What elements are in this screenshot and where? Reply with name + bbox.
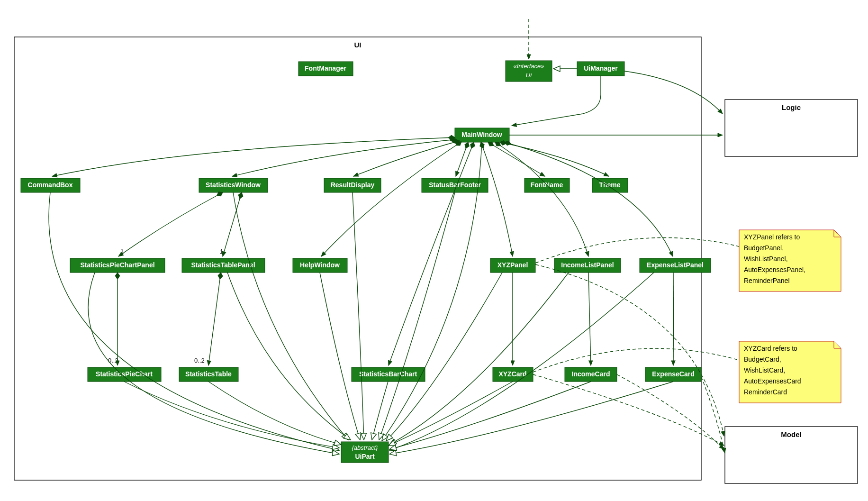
assoc-uimanager-logic xyxy=(624,71,723,114)
inh-xyzcard-uipart xyxy=(389,382,513,446)
class-resultdisplay: ResultDisplay xyxy=(324,178,381,192)
assoc-incomepanel-incomecard xyxy=(588,273,591,365)
comp-mw-statsbarchart xyxy=(389,142,474,365)
svg-text:AutoExpensesPanel,: AutoExpensesPanel, xyxy=(744,266,805,273)
assoc-uimanager-mainwindow xyxy=(512,76,601,126)
note-xyzpanel: XYZPanel refers to BudgetPanel, WishList… xyxy=(739,230,841,291)
svg-text:UiManager: UiManager xyxy=(584,64,618,72)
inh-incomepanel-uipart xyxy=(389,273,569,445)
svg-text:ResultDisplay: ResultDisplay xyxy=(331,181,375,189)
package-ui-label: UI xyxy=(354,41,362,49)
svg-text:XYZPanel refers to: XYZPanel refers to xyxy=(744,233,800,241)
anchor-note-xyzcard xyxy=(533,348,739,372)
class-incomelistpanel: IncomeListPanel xyxy=(554,258,621,273)
note-xyzcard: XYZCard refers to BudgetCard, WishListCa… xyxy=(739,341,841,403)
package-model-label: Model xyxy=(781,430,801,438)
svg-text:ExpenseCard: ExpenseCard xyxy=(652,370,694,378)
inh-tablepanel-uipart xyxy=(227,273,351,440)
svg-text:ReminderCard: ReminderCard xyxy=(744,388,787,396)
comp-mw-expensepanel xyxy=(505,142,673,256)
package-logic-label: Logic xyxy=(782,103,801,111)
class-statisticspiechart: StatisticsPieChart xyxy=(88,367,161,382)
comp-tablepanel-table xyxy=(208,273,221,365)
svg-text:StatisticsTablePanel: StatisticsTablePanel xyxy=(191,261,255,269)
comp-mw-statswin xyxy=(232,139,456,176)
comp-statswin-tablepanel xyxy=(223,192,242,256)
class-statisticstable: StatisticsTable xyxy=(179,367,238,382)
svg-text:StatisticsBarChart: StatisticsBarChart xyxy=(359,370,417,378)
class-xyzpanel: XYZPanel xyxy=(490,258,535,273)
svg-text:BudgetCard,: BudgetCard, xyxy=(744,355,781,363)
comp-mw-xyzpanel xyxy=(481,142,513,256)
svg-text:{abstract}: {abstract} xyxy=(352,444,379,451)
svg-text:WishListPanel,: WishListPanel, xyxy=(744,255,788,263)
assoc-expensepanel-expensecard xyxy=(673,273,674,365)
class-helpwindow: HelpWindow xyxy=(293,258,347,273)
svg-text:XYZCard: XYZCard xyxy=(498,370,526,378)
uml-class-diagram: UI Logic Model FontManager «Interface» U… xyxy=(0,0,868,501)
dep-expensecard-model xyxy=(701,377,725,453)
svg-text:ExpenseListPanel: ExpenseListPanel xyxy=(647,261,704,269)
inh-resultdisplay-uipart xyxy=(353,192,364,440)
svg-text:AutoExpensesCard: AutoExpensesCard xyxy=(744,377,801,385)
svg-text:XYZCard refers to: XYZCard refers to xyxy=(744,345,797,352)
comp-mw-fontname xyxy=(488,142,545,176)
inh-piechartpanel-uipart xyxy=(88,273,339,454)
svg-text:StatusBarFooter: StatusBarFooter xyxy=(429,181,481,189)
svg-text:StatisticsTable: StatisticsTable xyxy=(185,370,232,378)
svg-text:BudgetPanel,: BudgetPanel, xyxy=(744,244,784,252)
dep-incomecard-model xyxy=(617,374,724,449)
class-uipart: {abstract} UiPart xyxy=(341,442,389,463)
inh-commandbox-uipart xyxy=(49,192,339,450)
svg-text:IncomeCard: IncomeCard xyxy=(572,370,610,378)
inh-piechart-uipart xyxy=(124,382,339,448)
dep-xyzcard-model xyxy=(533,374,724,446)
class-mainwindow: MainWindow xyxy=(455,128,509,142)
inh-barchart-uipart xyxy=(372,382,388,440)
inh-expensecard-uipart xyxy=(389,382,673,454)
mult-tablepanel: 1 xyxy=(220,248,223,255)
class-fontmanager: FontManager xyxy=(298,62,353,76)
class-statisticsbarchart: StatisticsBarChart xyxy=(352,367,425,382)
inh-statswin-uipart xyxy=(233,192,348,440)
class-xyzcard: XYZCard xyxy=(493,367,533,382)
svg-text:HelpWindow: HelpWindow xyxy=(300,261,340,269)
dep-xyzpanel-model xyxy=(535,264,724,436)
svg-text:IncomeListPanel: IncomeListPanel xyxy=(561,261,614,269)
inh-incomecard-uipart xyxy=(389,382,591,449)
svg-text:ReminderPanel: ReminderPanel xyxy=(744,277,790,284)
svg-text:Ui: Ui xyxy=(526,72,532,79)
class-incomecard: IncomeCard xyxy=(565,367,617,382)
svg-text:«Interface»: «Interface» xyxy=(513,63,544,70)
comp-statswin-piechartpanel xyxy=(118,192,223,256)
svg-text:StatisticsWindow: StatisticsWindow xyxy=(206,181,261,189)
comp-mw-commandbox xyxy=(52,137,455,176)
class-ui-interface: «Interface» Ui xyxy=(506,61,552,82)
svg-text:WishListCard,: WishListCard, xyxy=(744,366,785,374)
class-uimanager: UiManager xyxy=(577,62,624,76)
svg-text:UiPart: UiPart xyxy=(355,453,375,460)
class-commandbox: CommandBox xyxy=(21,178,80,192)
svg-text:FontManager: FontManager xyxy=(305,64,346,72)
inh-statusbar-uipart xyxy=(379,192,455,440)
inh-helpwindow-uipart xyxy=(320,273,360,440)
class-theme: Theme xyxy=(592,178,628,192)
inh-expensepanel-uipart xyxy=(389,273,654,450)
svg-text:XYZPanel: XYZPanel xyxy=(497,261,528,269)
svg-text:CommandBox: CommandBox xyxy=(28,181,73,189)
class-expensecard: ExpenseCard xyxy=(645,367,701,382)
class-statisticspiechartpanel: StatisticsPieChartPanel xyxy=(70,258,165,273)
comp-mw-resultdisplay xyxy=(353,141,460,176)
class-expenselistpanel: ExpenseListPanel xyxy=(640,258,711,273)
mult-piechart: 0..2 xyxy=(108,357,118,364)
class-statisticswindow: StatisticsWindow xyxy=(199,178,268,192)
inh-xyzpanel-uipart xyxy=(386,273,502,441)
mult-table: 0..2 xyxy=(194,357,205,364)
svg-text:MainWindow: MainWindow xyxy=(461,131,502,138)
comp-mw-helpwindow xyxy=(321,142,461,256)
svg-text:StatisticsPieChartPanel: StatisticsPieChartPanel xyxy=(80,261,154,269)
